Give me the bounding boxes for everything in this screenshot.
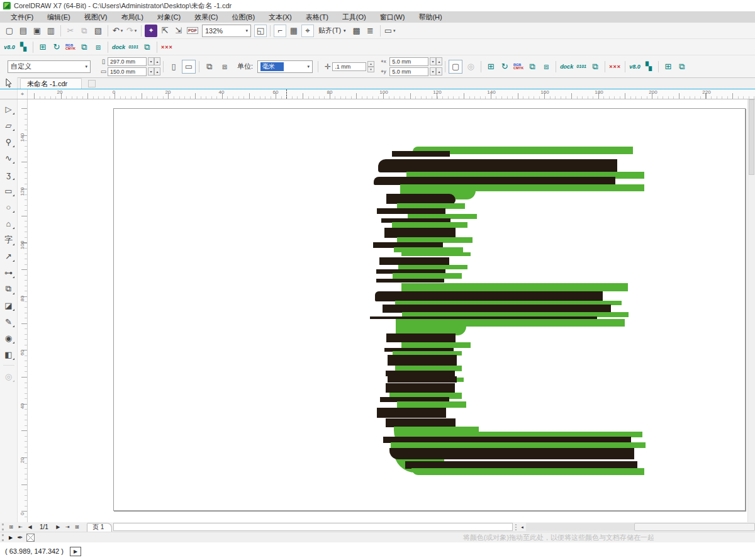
welcome-screen[interactable]: ▭▾ bbox=[384, 25, 396, 37]
tool-artistic-media[interactable]: ʒ bbox=[1, 166, 16, 182]
toolbar-grip[interactable] bbox=[2, 524, 4, 530]
page-tab[interactable]: 页 1 bbox=[87, 523, 112, 532]
full-screen-preview[interactable]: ◱ bbox=[254, 25, 267, 37]
landscape-button[interactable]: ▭ bbox=[182, 60, 196, 74]
macro-dock[interactable]: dock bbox=[111, 41, 126, 53]
zoom-level-combo[interactable]: 132% ▾ bbox=[202, 25, 251, 37]
palette-scroll-left-button[interactable]: ◂ bbox=[518, 524, 526, 531]
portrait-button[interactable]: ▯ bbox=[167, 60, 181, 74]
macro-recolor[interactable]: ↻ bbox=[50, 41, 63, 53]
tool-text[interactable]: 字 bbox=[1, 232, 16, 248]
tool-smart-fill[interactable]: ◉ bbox=[1, 330, 16, 346]
menu-item-9[interactable]: 工具(O) bbox=[335, 11, 373, 23]
tool-ellipse[interactable]: ○ bbox=[1, 199, 16, 215]
status-grip[interactable] bbox=[2, 534, 4, 541]
palette-scrollbar-thumb[interactable] bbox=[634, 523, 755, 531]
tool-freehand[interactable]: ∿ bbox=[1, 150, 16, 166]
menu-item-1[interactable]: 编辑(E) bbox=[40, 11, 77, 23]
new-document[interactable]: ▢ bbox=[3, 25, 16, 37]
snap-toggle[interactable]: ⌖ bbox=[301, 25, 314, 37]
macro-doc-locked[interactable]: ⧈ bbox=[92, 41, 104, 53]
macro-pages[interactable]: ⧉ bbox=[589, 60, 601, 73]
next-page-button[interactable]: ▶ bbox=[53, 523, 63, 531]
macro-color-swap[interactable]: ▚ bbox=[642, 60, 655, 73]
tool-interactive-fill[interactable]: ◧ bbox=[1, 346, 16, 362]
tool-color-eyedropper[interactable]: ✎ bbox=[1, 313, 16, 330]
macro-rgb-cmyk[interactable]: RGBCMYK bbox=[64, 41, 77, 53]
all-pages-button[interactable]: ⧉ bbox=[203, 60, 216, 74]
import[interactable]: ⇱ bbox=[159, 25, 171, 37]
menu-item-4[interactable]: 对象(C) bbox=[150, 11, 187, 23]
add-page-start-button[interactable]: ⊞ bbox=[6, 523, 16, 531]
page-height-spinner[interactable]: ▾▴ bbox=[148, 67, 160, 76]
undo[interactable]: ↶▾ bbox=[111, 25, 124, 37]
tool-rectangle[interactable]: ▭ bbox=[1, 182, 16, 199]
vertical-scrollbar-thumb[interactable] bbox=[749, 99, 754, 175]
units-combo[interactable]: 毫米 ▾ bbox=[257, 60, 313, 73]
menu-item-2[interactable]: 视图(V) bbox=[77, 11, 115, 23]
menu-item-5[interactable]: 效果(C) bbox=[187, 11, 225, 23]
page-preset-combo[interactable]: 自定义 ▾ bbox=[8, 60, 91, 73]
macro-delete-marks[interactable]: ××× bbox=[608, 60, 622, 73]
macro-delete-marks[interactable]: ××× bbox=[160, 41, 174, 53]
macro-doc-locked[interactable]: ⧈ bbox=[540, 60, 552, 73]
tool-edit-fill[interactable]: ◎ bbox=[1, 368, 16, 384]
tool-connector[interactable]: ⊶ bbox=[1, 264, 16, 281]
ruler-origin[interactable]: ⌖ bbox=[18, 89, 28, 99]
options[interactable]: ▩ bbox=[350, 25, 363, 37]
application-launcher[interactable]: ✦ bbox=[145, 25, 157, 37]
outline-settings-button[interactable]: ◎ bbox=[464, 60, 478, 74]
horizontal-scrollbar[interactable] bbox=[113, 523, 513, 531]
snap-to-button[interactable]: 贴齐(T) ▾ bbox=[315, 25, 350, 37]
previous-page-button[interactable]: ◀ bbox=[25, 523, 35, 531]
palette-scrollbar[interactable] bbox=[526, 523, 755, 531]
current-page-button[interactable]: ⧈ bbox=[218, 60, 232, 74]
duplicate-x-field[interactable]: 5.0 mm bbox=[389, 57, 428, 66]
nudge-spinner[interactable]: ▴▾ bbox=[367, 61, 374, 72]
vertical-scrollbar[interactable] bbox=[747, 99, 755, 522]
save-document[interactable]: ▣ bbox=[31, 25, 43, 37]
coordinates-expand-button[interactable]: ▶ bbox=[70, 547, 81, 556]
macro-dock[interactable]: dock bbox=[559, 60, 574, 73]
macro-recolor[interactable]: ↻ bbox=[498, 60, 511, 73]
redo[interactable]: ↷▾ bbox=[125, 25, 138, 37]
macro-rgb-cmyk[interactable]: RGBCMYK bbox=[512, 60, 525, 73]
macro-version-label[interactable]: v8.0 bbox=[3, 41, 16, 53]
page-width-field[interactable]: 297.0 mm bbox=[108, 57, 147, 66]
treat-as-filled-button[interactable]: ▢ bbox=[449, 60, 462, 74]
document-tab[interactable]: 未命名 -1.cdr bbox=[20, 78, 82, 89]
menu-item-6[interactable]: 位图(B) bbox=[225, 11, 262, 23]
macro-binary[interactable]: 0101 bbox=[127, 41, 140, 53]
menu-item-7[interactable]: 文本(X) bbox=[262, 11, 299, 23]
drawing-page[interactable] bbox=[113, 108, 746, 511]
macro-selector[interactable]: ⊞ bbox=[484, 60, 497, 73]
page-height-field[interactable]: 150.0 mm bbox=[108, 67, 147, 76]
canvas[interactable] bbox=[28, 99, 755, 522]
vertical-ruler[interactable]: 140120100806040200 bbox=[18, 99, 28, 522]
duplicate-y-spinner[interactable]: ▾▴ bbox=[430, 67, 442, 76]
publish-to-pdf[interactable]: PDF bbox=[186, 25, 199, 37]
page-width-spinner[interactable]: ▾▴ bbox=[148, 57, 160, 65]
tool-drop-shadow[interactable]: ⧉ bbox=[1, 281, 16, 297]
palette-grip[interactable] bbox=[515, 524, 517, 530]
paste[interactable]: ▧ bbox=[92, 25, 104, 37]
print-document[interactable]: ▥ bbox=[45, 25, 57, 37]
open-document[interactable]: ▤ bbox=[17, 25, 30, 37]
macro-selector[interactable]: ⊞ bbox=[662, 60, 674, 73]
horizontal-ruler[interactable]: 20020406080100120140160180200220 bbox=[28, 89, 755, 99]
duplicate-y-field[interactable]: 5.0 mm bbox=[389, 67, 428, 76]
menu-item-11[interactable]: 帮助(H) bbox=[411, 11, 449, 23]
first-page-button[interactable]: ⇤ bbox=[16, 523, 25, 531]
macro-binary[interactable]: 0101 bbox=[575, 60, 588, 73]
menu-item-10[interactable]: 窗口(W) bbox=[373, 11, 412, 23]
macro-pages[interactable]: ⧉ bbox=[141, 41, 154, 53]
macro-color-swap[interactable]: ▚ bbox=[17, 41, 30, 53]
last-page-button[interactable]: ⇥ bbox=[63, 523, 72, 531]
tool-polygon[interactable]: ⌂ bbox=[1, 215, 16, 232]
show-grid[interactable]: ▦ bbox=[288, 25, 300, 37]
graphics-suite[interactable]: ≣ bbox=[364, 25, 377, 37]
nudge-distance-field[interactable]: .1 mm bbox=[332, 62, 366, 71]
macro-selector[interactable]: ⊞ bbox=[36, 41, 49, 53]
show-rulers[interactable]: ⌐ bbox=[274, 25, 286, 37]
new-document-tab-stub[interactable] bbox=[88, 80, 96, 87]
